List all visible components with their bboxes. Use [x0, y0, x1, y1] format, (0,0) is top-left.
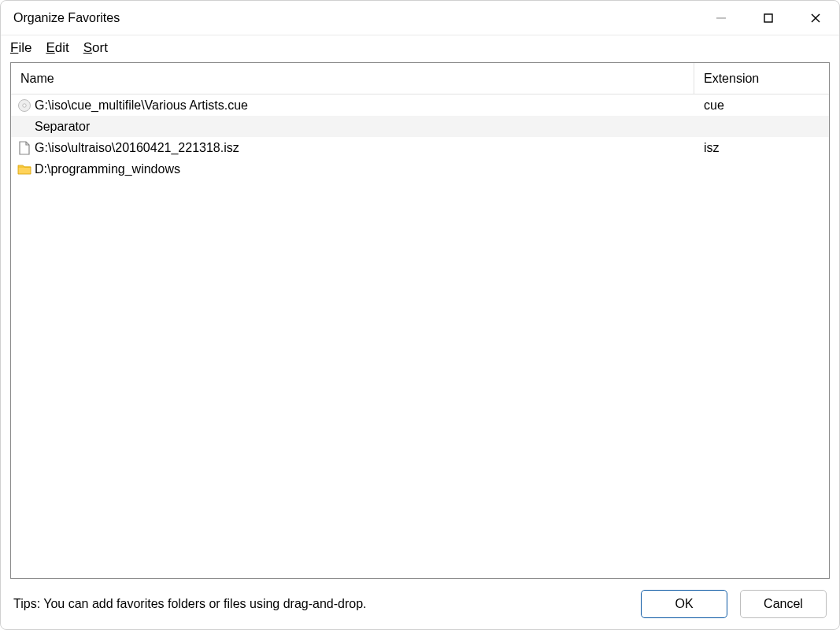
list-item[interactable]: G:\iso\cue_multifile\Various Artists.cue…: [11, 94, 829, 116]
menubar: File Edit Sort: [1, 35, 839, 62]
disc-icon: [17, 98, 31, 113]
list-item[interactable]: Separator: [11, 116, 829, 137]
titlebar: Organize Favorites: [1, 1, 839, 35]
minimize-button[interactable]: [698, 1, 745, 35]
ok-button[interactable]: OK: [641, 590, 727, 618]
item-name: Separator: [35, 120, 90, 134]
svg-point-5: [23, 103, 26, 106]
menu-sort[interactable]: Sort: [83, 40, 108, 56]
column-header-name[interactable]: Name: [11, 63, 694, 94]
item-name: G:\iso\cue_multifile\Various Artists.cue: [35, 98, 248, 113]
list-item[interactable]: D:\programming_windows: [11, 158, 829, 180]
organize-favorites-window: Organize Favorites File Edit Sort Name E…: [0, 0, 840, 630]
item-extension: cue: [694, 98, 829, 113]
close-icon: [810, 13, 821, 24]
tips-text: Tips: You can add favorites folders or f…: [13, 597, 628, 611]
list-header: Name Extension: [11, 63, 829, 94]
list-item[interactable]: G:\iso\ultraiso\20160421_221318.isz isz: [11, 137, 829, 158]
window-title: Organize Favorites: [13, 11, 120, 25]
file-icon: [17, 141, 31, 155]
item-extension: isz: [694, 141, 829, 155]
column-header-extension[interactable]: Extension: [694, 63, 829, 94]
favorites-list: Name Extension G:\iso\cue_multifile\Vari…: [10, 62, 830, 579]
list-body[interactable]: G:\iso\cue_multifile\Various Artists.cue…: [11, 94, 829, 578]
cancel-button[interactable]: Cancel: [740, 590, 827, 618]
menu-edit[interactable]: Edit: [46, 40, 68, 56]
maximize-button[interactable]: [745, 1, 792, 35]
close-button[interactable]: [792, 1, 839, 35]
item-name: G:\iso\ultraiso\20160421_221318.isz: [35, 141, 239, 155]
folder-icon: [17, 162, 31, 176]
svg-rect-1: [764, 14, 772, 22]
minimize-icon: [716, 13, 727, 24]
maximize-icon: [763, 13, 774, 24]
item-name: D:\programming_windows: [35, 162, 180, 176]
footer: Tips: You can add favorites folders or f…: [1, 579, 839, 629]
menu-file[interactable]: File: [10, 40, 31, 56]
